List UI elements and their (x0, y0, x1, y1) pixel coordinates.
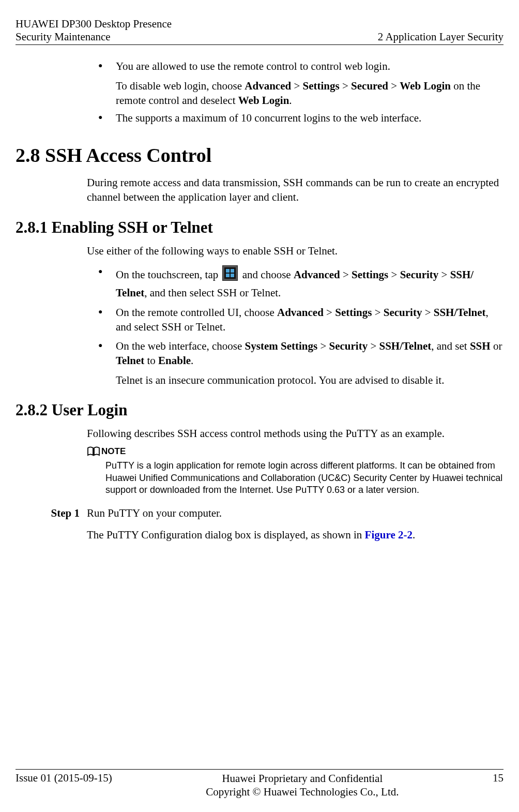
list-item: You are allowed to use the remote contro… (87, 59, 503, 108)
step-line: Run PuTTY on your computer. (87, 506, 503, 521)
para-282: Following describes SSH access control m… (87, 427, 503, 441)
header-right: 2 Application Layer Security (378, 31, 503, 43)
bullet-list: You are allowed to use the remote contro… (87, 59, 503, 125)
note-header: NOTE (87, 446, 503, 457)
step-label: Step 1 (16, 506, 87, 549)
list-item: On the remote controlled UI, choose Adva… (87, 306, 503, 334)
step-body: Run PuTTY on your computer. The PuTTY Co… (87, 506, 503, 549)
footer-issue: Issue 01 (2015-09-15) (16, 772, 112, 785)
bullet-subpara: To disable web login, choose Advanced > … (116, 79, 503, 108)
page-footer: Issue 01 (2015-09-15) Huawei Proprietary… (16, 769, 503, 799)
bullet-subpara: Telnet is an insecure communication prot… (116, 373, 503, 388)
list-item: On the web interface, choose System Sett… (87, 339, 503, 387)
footer-page-number: 15 (493, 772, 503, 785)
footer-proprietary: Huawei Proprietary and Confidential (112, 772, 493, 785)
header-product: HUAWEI DP300 Desktop Presence (16, 18, 172, 31)
footer-center: Huawei Proprietary and Confidential Copy… (112, 772, 493, 799)
book-icon (87, 446, 100, 457)
list-item: The supports a maximum of 10 concurrent … (87, 111, 503, 126)
heading-2-8-1: 2.8.1 Enabling SSH or Telnet (16, 218, 503, 237)
header-subtitle: Security Maintenance (16, 31, 172, 43)
note-label: NOTE (101, 446, 126, 457)
page: HUAWEI DP300 Desktop Presence Security M… (0, 0, 519, 812)
step-1: Step 1 Run PuTTY on your computer. The P… (16, 506, 503, 549)
note-box: NOTE PuTTY is a login application for re… (87, 446, 503, 496)
bullet-text: The supports a maximum of 10 concurrent … (116, 112, 421, 124)
bullets-281: On the touchscreen, tap and choose Advan… (87, 265, 503, 387)
bullet-list: On the touchscreen, tap and choose Advan… (87, 265, 503, 387)
svg-rect-2 (226, 269, 230, 273)
figure-reference-link[interactable]: Figure 2-2 (365, 529, 413, 541)
page-header: HUAWEI DP300 Desktop Presence Security M… (16, 18, 503, 45)
note-text: PuTTY is a login application for remote … (105, 460, 503, 496)
svg-rect-4 (226, 274, 230, 277)
heading-2-8: 2.8 SSH Access Control (16, 144, 503, 167)
heading-2-8-2: 2.8.2 User Login (16, 401, 503, 419)
bullet-text: You are allowed to use the remote contro… (116, 60, 390, 72)
svg-rect-3 (231, 269, 234, 273)
apps-grid-icon (222, 265, 238, 285)
top-bullet-block: You are allowed to use the remote contro… (87, 59, 503, 125)
svg-rect-5 (231, 274, 234, 277)
para-281-intro: Use either of the following ways to enab… (87, 244, 503, 259)
step-line: The PuTTY Configuration dialog box is di… (87, 528, 503, 543)
para-2-8: During remote access and data transmissi… (87, 176, 503, 204)
list-item: On the touchscreen, tap and choose Advan… (87, 265, 503, 300)
content-area: You are allowed to use the remote contro… (16, 45, 503, 549)
footer-copyright: Copyright © Huawei Technologies Co., Ltd… (112, 785, 493, 799)
header-left: HUAWEI DP300 Desktop Presence Security M… (16, 18, 172, 43)
